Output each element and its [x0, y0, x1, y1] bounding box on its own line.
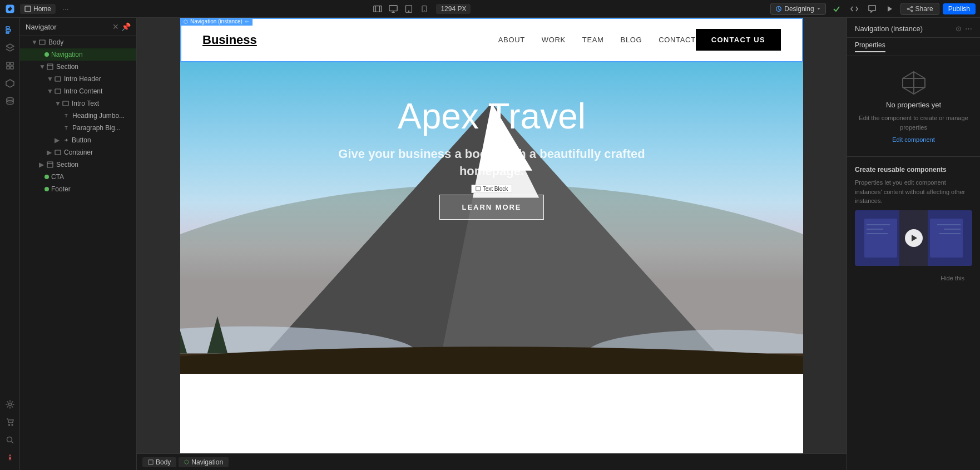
- svg-point-8: [409, 11, 409, 11]
- navigator-rail-icon[interactable]: [2, 22, 18, 38]
- svg-line-17: [908, 9, 910, 10]
- video-play-button[interactable]: [905, 229, 923, 247]
- home-tab[interactable]: Home: [20, 4, 56, 14]
- chevron-icon: ▶: [55, 137, 60, 143]
- play-icon[interactable]: [883, 2, 897, 16]
- accessibility-rail-icon[interactable]: [2, 450, 18, 466]
- panel-tabs: Properties: [847, 38, 980, 56]
- tree-intro-content[interactable]: ▼ Intro Content: [20, 85, 136, 97]
- top-bar-right: Designing Share Publish: [770, 2, 976, 16]
- tree-heading-jumbo[interactable]: T Heading Jumbo...: [20, 110, 136, 122]
- bottom-tab-navigation[interactable]: ⬡ Navigation: [179, 457, 229, 467]
- text-icon: T: [62, 124, 70, 132]
- bottom-tab-body[interactable]: Body: [142, 457, 176, 467]
- unlink-icon[interactable]: ⊙: [956, 24, 962, 33]
- navigator-header: Navigator ✕ 📌: [20, 18, 136, 36]
- fullscreen-icon[interactable]: [370, 2, 385, 16]
- tree-footer[interactable]: Footer: [20, 183, 136, 195]
- tree-paragraph-big[interactable]: T Paragraph Big...: [20, 122, 136, 134]
- comment-icon[interactable]: [865, 2, 879, 16]
- svg-point-27: [8, 403, 11, 406]
- tree-button[interactable]: ▶ Button: [20, 134, 136, 146]
- tree-container[interactable]: ▶ Container: [20, 146, 136, 159]
- publish-button[interactable]: Publish: [943, 3, 976, 14]
- components-rail-icon[interactable]: [2, 76, 18, 91]
- hide-this-btn[interactable]: Hide this: [855, 270, 972, 286]
- hero-button-wrapper: Text Block LEARN MORE: [439, 195, 545, 220]
- nav-about[interactable]: ABOUT: [498, 36, 525, 44]
- no-props-cube-icon: [900, 70, 927, 96]
- chevron-icon: ▼: [39, 64, 44, 70]
- video-preview[interactable]: [855, 210, 972, 266]
- tree-body[interactable]: ▼ Body: [20, 36, 136, 48]
- svg-line-31: [11, 442, 13, 444]
- tree-intro-text[interactable]: ▼ Intro Text: [20, 97, 136, 110]
- svg-rect-36: [55, 77, 61, 81]
- checkmark-icon[interactable]: [829, 2, 844, 16]
- right-panel: Navigation (instance) ⊙ ⋯ Properties No …: [847, 18, 980, 470]
- code-icon[interactable]: [847, 2, 862, 16]
- canvas-area: ⬡ Navigation (instance) ✏ Business ABOUT…: [137, 18, 847, 470]
- designing-mode-btn[interactable]: Designing: [770, 3, 825, 15]
- more-options-icon[interactable]: ⋯: [965, 24, 972, 33]
- svg-marker-25: [6, 80, 14, 87]
- edit-component-link[interactable]: Edit component: [892, 136, 934, 143]
- no-props-title: No properties yet: [886, 101, 941, 109]
- settings-rail-icon[interactable]: [2, 397, 18, 412]
- canvas-content: ⬡ Navigation (instance) ✏ Business ABOUT…: [180, 18, 803, 470]
- nav-contact[interactable]: CONTACT: [659, 36, 695, 44]
- svg-rect-54: [476, 186, 481, 191]
- close-navigator-icon[interactable]: ✕: [112, 22, 119, 31]
- box-icon: [54, 75, 62, 83]
- px-display[interactable]: 1294 PX: [436, 4, 471, 14]
- nav-cta-button[interactable]: CONTACT US: [696, 29, 781, 51]
- desktop-icon[interactable]: [386, 2, 400, 16]
- svg-marker-12: [888, 6, 892, 12]
- pin-navigator-icon[interactable]: 📌: [121, 22, 131, 31]
- tablet-icon[interactable]: [402, 2, 416, 16]
- assets-rail-icon[interactable]: [2, 58, 18, 73]
- nav-work[interactable]: WORK: [542, 36, 566, 44]
- section-icon: [46, 63, 54, 71]
- navigator-header-icons: ✕ 📌: [112, 22, 131, 31]
- tree-navigation[interactable]: Navigation: [20, 48, 136, 61]
- svg-point-28: [8, 424, 9, 426]
- tab-properties[interactable]: Properties: [855, 41, 885, 52]
- more-dots: ···: [62, 4, 69, 13]
- box-icon: [54, 87, 62, 95]
- hero-learn-more-btn[interactable]: LEARN MORE: [439, 195, 545, 220]
- ecommerce-rail-icon[interactable]: [2, 414, 18, 430]
- tree-cta[interactable]: CTA: [20, 171, 136, 183]
- reusable-title: Create reusable components: [855, 166, 972, 174]
- svg-point-14: [907, 8, 909, 9]
- hero-content: Apex Travel Give your business a boost w…: [180, 96, 803, 220]
- nav-blog[interactable]: BLOG: [621, 36, 642, 44]
- svg-rect-20: [6, 32, 9, 33]
- tree-section-1[interactable]: ▼ Section: [20, 61, 136, 73]
- nav-team[interactable]: TEAM: [582, 36, 604, 44]
- tree-intro-header[interactable]: ▼ Intro Header: [20, 73, 136, 85]
- svg-point-30: [7, 437, 12, 442]
- reusable-section: Create reusable components Properties le…: [847, 157, 980, 295]
- search-rail-icon[interactable]: [2, 432, 18, 448]
- svg-rect-38: [63, 101, 68, 106]
- tree-section-2[interactable]: ▶ Section: [20, 159, 136, 171]
- svg-rect-19: [6, 29, 11, 31]
- svg-rect-34: [47, 64, 53, 70]
- box-icon: [54, 149, 62, 156]
- chevron-icon: ▼: [55, 101, 60, 106]
- component-dot-cta: [44, 175, 49, 179]
- svg-rect-22: [11, 62, 13, 65]
- layers-rail-icon[interactable]: [2, 40, 18, 56]
- svg-rect-37: [55, 89, 61, 93]
- mobile-icon[interactable]: [417, 2, 432, 16]
- box-icon: [62, 100, 70, 107]
- site-logo: Business: [202, 33, 257, 47]
- svg-rect-18: [6, 27, 9, 28]
- cms-rail-icon[interactable]: [2, 93, 18, 109]
- hero-subtitle: Give your business a boost with a beauti…: [325, 146, 659, 180]
- share-button[interactable]: Share: [900, 3, 939, 15]
- canvas-controls: 1294 PX: [76, 2, 766, 16]
- webflow-logo[interactable]: [4, 3, 16, 14]
- svg-rect-55: [149, 459, 153, 464]
